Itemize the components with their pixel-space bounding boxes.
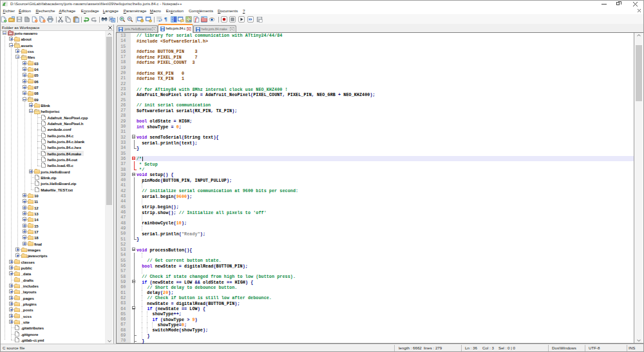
svg-text:b: b xyxy=(112,19,114,22)
svg-text:¶: ¶ xyxy=(164,16,167,23)
